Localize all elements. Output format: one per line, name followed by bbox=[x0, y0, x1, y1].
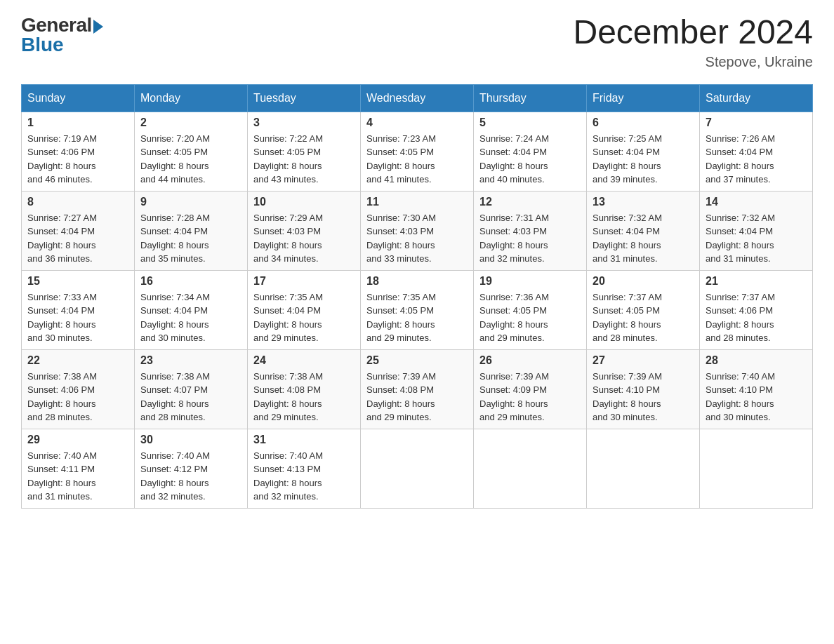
calendar-cell: 16Sunrise: 7:34 AMSunset: 4:04 PMDayligh… bbox=[135, 270, 248, 349]
weekday-header-thursday: Thursday bbox=[474, 84, 587, 112]
week-row-3: 15Sunrise: 7:33 AMSunset: 4:04 PMDayligh… bbox=[22, 270, 813, 349]
day-info: Sunrise: 7:34 AMSunset: 4:04 PMDaylight:… bbox=[140, 290, 241, 345]
day-info: Sunrise: 7:26 AMSunset: 4:04 PMDaylight:… bbox=[706, 132, 807, 187]
calendar-cell: 9Sunrise: 7:28 AMSunset: 4:04 PMDaylight… bbox=[135, 191, 248, 270]
calendar-cell: 20Sunrise: 7:37 AMSunset: 4:05 PMDayligh… bbox=[587, 270, 700, 349]
day-info: Sunrise: 7:19 AMSunset: 4:06 PMDaylight:… bbox=[27, 132, 128, 187]
day-info: Sunrise: 7:24 AMSunset: 4:04 PMDaylight:… bbox=[479, 132, 581, 187]
day-number: 19 bbox=[479, 275, 581, 288]
day-number: 15 bbox=[27, 275, 128, 288]
calendar-cell: 10Sunrise: 7:29 AMSunset: 4:03 PMDayligh… bbox=[248, 191, 361, 270]
day-info: Sunrise: 7:38 AMSunset: 4:08 PMDaylight:… bbox=[253, 370, 355, 424]
day-info: Sunrise: 7:33 AMSunset: 4:04 PMDaylight:… bbox=[27, 290, 128, 345]
calendar-cell: 22Sunrise: 7:38 AMSunset: 4:06 PMDayligh… bbox=[22, 349, 135, 429]
day-info: Sunrise: 7:27 AMSunset: 4:04 PMDaylight:… bbox=[27, 211, 128, 266]
day-number: 24 bbox=[253, 354, 355, 367]
calendar-cell: 6Sunrise: 7:25 AMSunset: 4:04 PMDaylight… bbox=[587, 112, 700, 191]
calendar-cell: 27Sunrise: 7:39 AMSunset: 4:10 PMDayligh… bbox=[587, 349, 700, 429]
day-number: 13 bbox=[593, 196, 694, 208]
calendar-cell: 19Sunrise: 7:36 AMSunset: 4:05 PMDayligh… bbox=[474, 270, 587, 349]
calendar-cell: 17Sunrise: 7:35 AMSunset: 4:04 PMDayligh… bbox=[248, 270, 361, 349]
title-section: December 2024 Stepove, Ukraine bbox=[573, 14, 813, 70]
day-number: 28 bbox=[706, 354, 807, 367]
day-number: 22 bbox=[27, 354, 128, 367]
week-row-4: 22Sunrise: 7:38 AMSunset: 4:06 PMDayligh… bbox=[22, 349, 813, 429]
day-info: Sunrise: 7:40 AMSunset: 4:10 PMDaylight:… bbox=[706, 370, 807, 424]
calendar-cell: 26Sunrise: 7:39 AMSunset: 4:09 PMDayligh… bbox=[474, 349, 587, 429]
logo: General Blue bbox=[21, 14, 103, 56]
day-info: Sunrise: 7:38 AMSunset: 4:07 PMDaylight:… bbox=[140, 370, 241, 424]
day-info: Sunrise: 7:30 AMSunset: 4:03 PMDaylight:… bbox=[366, 211, 468, 266]
month-title: December 2024 bbox=[573, 14, 813, 51]
day-info: Sunrise: 7:37 AMSunset: 4:05 PMDaylight:… bbox=[593, 290, 694, 345]
day-number: 30 bbox=[140, 434, 241, 446]
day-number: 23 bbox=[140, 354, 241, 367]
calendar-cell: 7Sunrise: 7:26 AMSunset: 4:04 PMDaylight… bbox=[700, 112, 813, 191]
day-number: 29 bbox=[27, 434, 128, 446]
day-number: 17 bbox=[253, 275, 355, 288]
calendar-cell: 24Sunrise: 7:38 AMSunset: 4:08 PMDayligh… bbox=[248, 349, 361, 429]
calendar-cell: 14Sunrise: 7:32 AMSunset: 4:04 PMDayligh… bbox=[700, 191, 813, 270]
weekday-header-saturday: Saturday bbox=[700, 84, 813, 112]
day-info: Sunrise: 7:39 AMSunset: 4:10 PMDaylight:… bbox=[593, 370, 694, 424]
day-info: Sunrise: 7:23 AMSunset: 4:05 PMDaylight:… bbox=[366, 132, 468, 187]
day-info: Sunrise: 7:39 AMSunset: 4:08 PMDaylight:… bbox=[366, 370, 468, 424]
week-row-5: 29Sunrise: 7:40 AMSunset: 4:11 PMDayligh… bbox=[22, 429, 813, 508]
calendar-cell: 29Sunrise: 7:40 AMSunset: 4:11 PMDayligh… bbox=[22, 429, 135, 508]
day-info: Sunrise: 7:28 AMSunset: 4:04 PMDaylight:… bbox=[140, 211, 241, 266]
weekday-header-sunday: Sunday bbox=[22, 84, 135, 112]
day-number: 20 bbox=[593, 275, 694, 288]
calendar-cell: 15Sunrise: 7:33 AMSunset: 4:04 PMDayligh… bbox=[22, 270, 135, 349]
day-number: 12 bbox=[479, 196, 581, 208]
calendar-cell: 13Sunrise: 7:32 AMSunset: 4:04 PMDayligh… bbox=[587, 191, 700, 270]
day-number: 11 bbox=[366, 196, 468, 208]
calendar-cell: 21Sunrise: 7:37 AMSunset: 4:06 PMDayligh… bbox=[700, 270, 813, 349]
week-row-2: 8Sunrise: 7:27 AMSunset: 4:04 PMDaylight… bbox=[22, 191, 813, 270]
day-info: Sunrise: 7:20 AMSunset: 4:05 PMDaylight:… bbox=[140, 132, 241, 187]
day-info: Sunrise: 7:36 AMSunset: 4:05 PMDaylight:… bbox=[479, 290, 581, 345]
day-number: 8 bbox=[27, 196, 128, 208]
calendar-table: SundayMondayTuesdayWednesdayThursdayFrid… bbox=[21, 84, 813, 509]
day-number: 14 bbox=[706, 196, 807, 208]
day-number: 7 bbox=[706, 116, 807, 129]
day-number: 2 bbox=[140, 116, 241, 129]
calendar-cell bbox=[700, 429, 813, 508]
calendar-cell: 5Sunrise: 7:24 AMSunset: 4:04 PMDaylight… bbox=[474, 112, 587, 191]
calendar-cell: 2Sunrise: 7:20 AMSunset: 4:05 PMDaylight… bbox=[135, 112, 248, 191]
day-number: 3 bbox=[253, 116, 355, 129]
day-info: Sunrise: 7:32 AMSunset: 4:04 PMDaylight:… bbox=[706, 211, 807, 266]
day-info: Sunrise: 7:25 AMSunset: 4:04 PMDaylight:… bbox=[593, 132, 694, 187]
calendar-cell bbox=[361, 429, 474, 508]
day-info: Sunrise: 7:22 AMSunset: 4:05 PMDaylight:… bbox=[253, 132, 355, 187]
day-number: 6 bbox=[593, 116, 694, 129]
calendar-cell: 18Sunrise: 7:35 AMSunset: 4:05 PMDayligh… bbox=[361, 270, 474, 349]
day-info: Sunrise: 7:31 AMSunset: 4:03 PMDaylight:… bbox=[479, 211, 581, 266]
calendar-cell bbox=[587, 429, 700, 508]
day-info: Sunrise: 7:29 AMSunset: 4:03 PMDaylight:… bbox=[253, 211, 355, 266]
day-number: 16 bbox=[140, 275, 241, 288]
weekday-header-friday: Friday bbox=[587, 84, 700, 112]
calendar-cell: 1Sunrise: 7:19 AMSunset: 4:06 PMDaylight… bbox=[22, 112, 135, 191]
week-row-1: 1Sunrise: 7:19 AMSunset: 4:06 PMDaylight… bbox=[22, 112, 813, 191]
day-info: Sunrise: 7:40 AMSunset: 4:12 PMDaylight:… bbox=[140, 449, 241, 504]
weekday-header-tuesday: Tuesday bbox=[248, 84, 361, 112]
calendar-cell: 28Sunrise: 7:40 AMSunset: 4:10 PMDayligh… bbox=[700, 349, 813, 429]
day-number: 27 bbox=[593, 354, 694, 367]
day-number: 31 bbox=[253, 434, 355, 446]
logo-blue-text: Blue bbox=[21, 34, 64, 56]
day-info: Sunrise: 7:40 AMSunset: 4:11 PMDaylight:… bbox=[27, 449, 128, 504]
day-info: Sunrise: 7:35 AMSunset: 4:05 PMDaylight:… bbox=[366, 290, 468, 345]
calendar-cell: 11Sunrise: 7:30 AMSunset: 4:03 PMDayligh… bbox=[361, 191, 474, 270]
calendar-cell: 23Sunrise: 7:38 AMSunset: 4:07 PMDayligh… bbox=[135, 349, 248, 429]
day-number: 4 bbox=[366, 116, 468, 129]
logo-arrow-icon bbox=[93, 20, 103, 34]
weekday-header-wednesday: Wednesday bbox=[361, 84, 474, 112]
day-number: 26 bbox=[479, 354, 581, 367]
day-info: Sunrise: 7:40 AMSunset: 4:13 PMDaylight:… bbox=[253, 449, 355, 504]
calendar-cell: 31Sunrise: 7:40 AMSunset: 4:13 PMDayligh… bbox=[248, 429, 361, 508]
day-number: 5 bbox=[479, 116, 581, 129]
weekday-header-monday: Monday bbox=[135, 84, 248, 112]
day-info: Sunrise: 7:37 AMSunset: 4:06 PMDaylight:… bbox=[706, 290, 807, 345]
location-text: Stepove, Ukraine bbox=[573, 54, 813, 70]
day-number: 1 bbox=[27, 116, 128, 129]
